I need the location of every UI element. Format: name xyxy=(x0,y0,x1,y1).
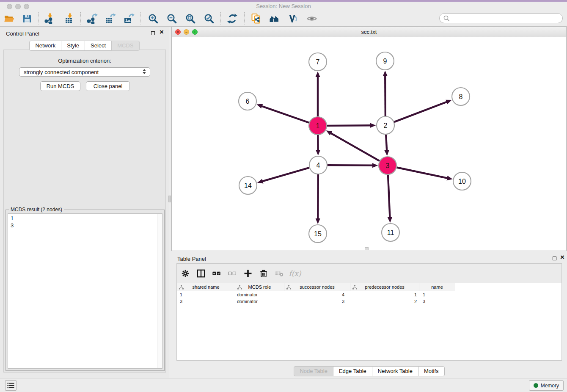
graph-edge[interactable] xyxy=(318,174,318,219)
result-scrollbar[interactable] xyxy=(157,214,162,368)
zoom-selected-icon[interactable] xyxy=(203,13,215,25)
tab-mcds[interactable]: MCDS xyxy=(111,41,139,51)
main-toolbar xyxy=(0,11,567,27)
optimization-criterion-label: Optimization criterion: xyxy=(4,58,165,64)
close-panel-button[interactable]: Close panel xyxy=(86,81,130,91)
column-header-successor-nodes[interactable]: successor nodes xyxy=(284,283,350,291)
toolbar-separator xyxy=(39,12,39,25)
add-column-icon[interactable] xyxy=(244,268,252,279)
svg-text:8: 8 xyxy=(459,93,463,100)
network-graph[interactable]: 7968124314101511 xyxy=(172,37,566,251)
tab-motifs[interactable]: Motifs xyxy=(418,366,445,376)
graph-edge[interactable] xyxy=(327,125,371,126)
show-hide-view-icon[interactable] xyxy=(306,13,318,25)
network-canvas[interactable]: 7968124314101511 xyxy=(172,37,566,251)
column-type-icon xyxy=(179,285,184,290)
toolbar-separator xyxy=(140,12,140,25)
column-view-icon[interactable] xyxy=(197,268,205,279)
column-header-mcds-role[interactable]: MCDS role xyxy=(235,283,284,291)
import-table-icon[interactable] xyxy=(64,13,76,25)
search-box[interactable] xyxy=(439,13,563,23)
graph-edge[interactable] xyxy=(394,102,447,122)
graph-node-11[interactable]: 11 xyxy=(382,224,399,241)
graph-edge[interactable] xyxy=(261,106,309,123)
select-all-columns-icon[interactable] xyxy=(212,268,221,279)
close-panel-icon[interactable]: × xyxy=(160,28,164,36)
graph-node-15[interactable]: 15 xyxy=(309,225,327,243)
graph-node-2[interactable]: 2 xyxy=(377,116,394,134)
zoom-in-icon[interactable] xyxy=(147,13,159,25)
graph-edge[interactable] xyxy=(385,76,385,116)
delete-column-icon[interactable] xyxy=(259,268,268,279)
graph-node-14[interactable]: 14 xyxy=(239,177,257,194)
graph-node-3[interactable]: 3 xyxy=(379,157,396,174)
svg-text:10: 10 xyxy=(458,178,466,185)
splitter-grip[interactable] xyxy=(365,247,369,250)
search-icon xyxy=(443,15,450,22)
open-file-icon[interactable] xyxy=(3,13,15,25)
column-header-name[interactable]: name xyxy=(419,283,455,291)
graph-edge[interactable] xyxy=(388,175,390,218)
search-input[interactable] xyxy=(450,15,562,21)
graph-node-1[interactable]: 1 xyxy=(309,117,327,135)
network-title: scc.txt xyxy=(172,29,566,35)
close-panel-icon[interactable]: × xyxy=(560,253,564,262)
control-panel-title: Control Panel xyxy=(6,30,39,37)
memory-label: Memory xyxy=(541,383,559,389)
tab-style[interactable]: Style xyxy=(61,41,85,51)
column-type-icon xyxy=(352,285,357,290)
float-panel-icon[interactable] xyxy=(553,257,556,260)
graph-edge[interactable] xyxy=(386,135,387,151)
column-type-icon xyxy=(237,285,242,290)
table-row[interactable]: 3 dominator 3 2 3 xyxy=(177,298,561,305)
export-image-icon[interactable] xyxy=(123,13,135,25)
nested-network-icon[interactable] xyxy=(268,13,280,25)
vizmapper-icon[interactable] xyxy=(287,13,299,25)
graph-edge[interactable] xyxy=(328,165,373,166)
task-history-button[interactable] xyxy=(5,380,17,391)
tab-network[interactable]: Network xyxy=(29,41,61,51)
network-window-titlebar[interactable]: × − + scc.txt xyxy=(172,27,566,38)
tab-edge-table[interactable]: Edge Table xyxy=(333,366,372,376)
tab-select[interactable]: Select xyxy=(85,41,112,51)
mcds-panel: Optimization criterion: strongly connect… xyxy=(3,50,166,373)
graph-edge[interactable] xyxy=(397,168,448,178)
graph-node-6[interactable]: 6 xyxy=(239,92,256,110)
graph-edge[interactable] xyxy=(262,168,309,181)
mcds-result-text[interactable]: 1 3 xyxy=(8,213,162,369)
table-settings-icon[interactable] xyxy=(181,268,190,279)
tab-network-table[interactable]: Network Table xyxy=(372,366,418,376)
graph-node-7[interactable]: 7 xyxy=(309,53,327,71)
table-row[interactable]: 1 dominator 4 1 1 xyxy=(177,291,561,298)
import-network-icon[interactable] xyxy=(44,13,56,25)
column-header-predecessor-nodes[interactable]: predecessor nodes xyxy=(350,283,419,291)
splitter-grip[interactable] xyxy=(168,196,171,202)
zoom-fit-icon[interactable] xyxy=(184,13,196,25)
graph-edge[interactable] xyxy=(330,133,379,161)
svg-text:3: 3 xyxy=(386,162,390,169)
export-network-icon[interactable] xyxy=(86,13,98,25)
unselect-all-columns-icon[interactable] xyxy=(228,268,237,279)
svg-text:15: 15 xyxy=(314,230,322,237)
svg-text:14: 14 xyxy=(244,182,252,189)
graph-node-8[interactable]: 8 xyxy=(452,88,470,105)
criterion-select[interactable]: strongly connected component xyxy=(19,67,150,77)
memory-status-icon xyxy=(534,383,538,388)
float-panel-icon[interactable] xyxy=(151,31,155,35)
control-panel: Control Panel × Network Style Select MCD… xyxy=(0,27,169,378)
memory-button[interactable]: Memory xyxy=(529,380,564,391)
apply-layout-icon[interactable] xyxy=(226,13,238,25)
graph-node-10[interactable]: 10 xyxy=(453,172,471,190)
graph-node-9[interactable]: 9 xyxy=(376,52,394,70)
new-network-from-selection-icon[interactable] xyxy=(250,13,262,25)
run-mcds-button[interactable]: Run MCDS xyxy=(40,81,80,91)
table-header-row: shared name MCDS role successor nodes pr… xyxy=(177,283,455,291)
graph-node-4[interactable]: 4 xyxy=(309,156,327,174)
column-header-shared-name[interactable]: shared name xyxy=(177,283,235,291)
tab-node-table[interactable]: Node Table xyxy=(294,366,333,376)
delete-table-icon xyxy=(275,268,284,279)
save-session-icon[interactable] xyxy=(21,13,33,25)
zoom-out-icon[interactable] xyxy=(166,13,178,25)
export-table-icon[interactable] xyxy=(105,13,116,25)
svg-text:9: 9 xyxy=(383,58,387,65)
